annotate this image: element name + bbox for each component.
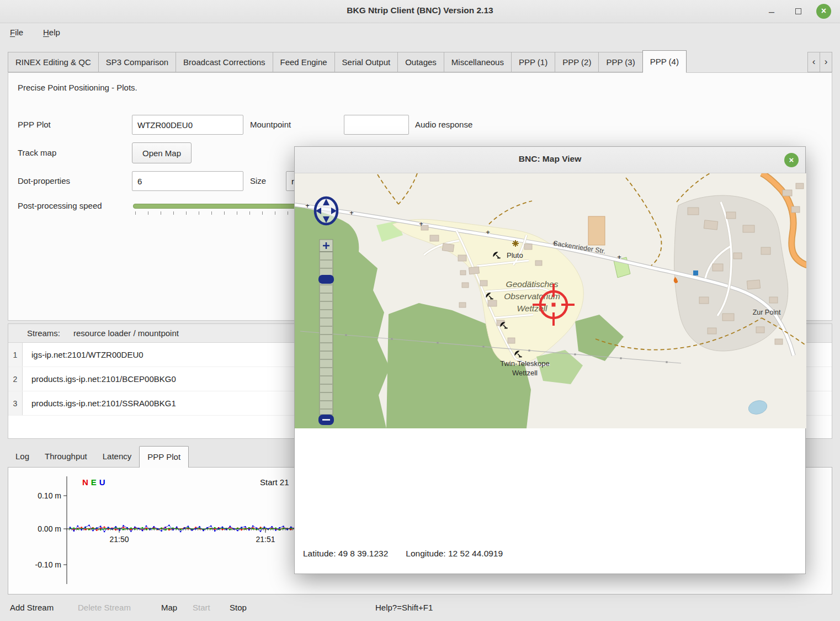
zur-point-label: Zur Point <box>753 309 781 316</box>
twin-telescope-label: Twin-Teleskope <box>500 359 550 368</box>
main-tabbar: RINEX Editing & QC SP3 Comparison Broadc… <box>8 52 686 73</box>
streams-header-label: Streams: <box>27 328 60 338</box>
chart-start-label: Start 21 <box>260 477 289 487</box>
open-map-button[interactable]: Open Map <box>132 142 192 163</box>
map-button[interactable]: Map <box>161 603 177 612</box>
start-button: Start <box>193 603 210 612</box>
menu-help[interactable]: Help <box>43 28 60 37</box>
tab-broadcast-corrections[interactable]: Broadcast Corrections <box>176 52 273 72</box>
streams-header-columns: resource loader / mountpoint <box>73 328 179 338</box>
twin-telescope-label: Wettzell <box>512 369 538 377</box>
svg-text:+: + <box>617 253 621 261</box>
svg-text:+: + <box>419 220 423 228</box>
svg-text:0.00 m: 0.00 m <box>38 524 61 533</box>
svg-text:+: + <box>305 201 310 210</box>
svg-text:21:51: 21:51 <box>256 535 275 544</box>
tab-log[interactable]: Log <box>8 446 37 468</box>
row-number: 3 <box>8 391 23 415</box>
tab-latency[interactable]: Latency <box>95 446 140 468</box>
svg-text:+: + <box>349 209 354 217</box>
bnc-application-window: BKG Ntrip Client (BNC) Version 2.13 – × … <box>0 0 840 621</box>
map-zoom-control[interactable] <box>318 240 334 425</box>
openstreetmap-view[interactable]: + + + + + + Pluto Sackenrieder Str. Geod… <box>295 173 806 428</box>
minimize-icon[interactable]: – <box>764 4 779 19</box>
svg-text:0.10 m: 0.10 m <box>38 491 61 500</box>
tab-rinex-editing-qc[interactable]: RINEX Editing & QC <box>8 52 99 72</box>
post-processing-speed-label: Post-processing speed <box>18 201 102 210</box>
legend-N: N <box>82 477 88 487</box>
mountpoint-input[interactable] <box>344 115 409 135</box>
dialog-title: BNC: Map View <box>295 154 805 164</box>
dot-properties-input[interactable] <box>132 171 243 191</box>
observatory-label: Geodätisches <box>506 279 559 289</box>
window-titlebar: BKG Ntrip Client (BNC) Version 2.13 – × <box>0 0 840 23</box>
tab-sp3-comparison[interactable]: SP3 Comparison <box>98 52 176 72</box>
svg-text:-0.10 m: -0.10 m <box>35 560 61 569</box>
stream-resource: products.igs-ip.net:2101/SSRA00BKG1 <box>23 391 176 415</box>
log-tabbar: Log Throughput Latency PPP Plot <box>8 446 189 468</box>
map-view-dialog: BNC: Map View × <box>294 146 806 574</box>
legend-E: E <box>91 477 97 487</box>
help-hint: Help?=Shift+F1 <box>375 603 433 612</box>
tab-ppp-plot[interactable]: PPP Plot <box>139 446 189 468</box>
add-stream-button[interactable]: Add Stream <box>10 603 54 612</box>
ppp-plot-input[interactable] <box>132 115 243 135</box>
map-canvas[interactable]: + + + + + + Pluto Sackenrieder Str. Geod… <box>295 173 806 428</box>
size-label: Size <box>250 176 266 185</box>
tab-scroll-left-icon[interactable]: ‹ <box>807 52 820 72</box>
track-map-label: Track map <box>18 148 56 157</box>
panel-description: Precise Point Positioning - Plots. <box>18 83 137 92</box>
row-number: 2 <box>8 367 23 391</box>
tab-scroll-right-icon[interactable]: › <box>820 52 832 72</box>
maximize-icon[interactable] <box>790 4 806 19</box>
tab-throughput[interactable]: Throughput <box>37 446 95 468</box>
stop-button[interactable]: Stop <box>230 603 247 612</box>
tab-serial-output[interactable]: Serial Output <box>334 52 398 72</box>
menu-bar: File Help <box>0 23 840 44</box>
tab-miscellaneous[interactable]: Miscellaneous <box>444 52 512 72</box>
large-building <box>588 216 605 245</box>
map-pan-control[interactable] <box>315 198 337 224</box>
ppp-plot-label: PPP Plot <box>18 120 51 129</box>
menu-file[interactable]: File <box>10 28 23 37</box>
tab-ppp-1[interactable]: PPP (1) <box>511 52 555 72</box>
pluto-label: Pluto <box>507 251 523 259</box>
coordinates-readout: Latitude: 49 8 39.1232Longitude: 12 52 4… <box>303 549 520 559</box>
window-title: BKG Ntrip Client (BNC) Version 2.13 <box>0 6 840 15</box>
tab-ppp-4[interactable]: PPP (4) <box>642 50 687 73</box>
svg-text:+: + <box>486 228 490 236</box>
stream-resource: products.igs-ip.net:2101/BCEP00BKG0 <box>23 367 176 391</box>
tab-feed-engine[interactable]: Feed Engine <box>273 52 335 72</box>
close-icon[interactable]: × <box>816 4 831 19</box>
dialog-close-icon[interactable]: × <box>784 153 799 167</box>
tab-outages[interactable]: Outages <box>397 52 444 72</box>
tab-scroll-buttons: ‹ › <box>808 52 832 72</box>
delete-stream-button: Delete Stream <box>78 603 131 612</box>
mountpoint-label: Mountpoint <box>250 120 291 129</box>
observatory-label: Observatorium <box>504 291 560 301</box>
row-number: 1 <box>8 343 23 367</box>
zoom-slider-handle[interactable] <box>318 275 334 284</box>
dialog-titlebar[interactable]: BNC: Map View × <box>295 147 805 173</box>
stream-resource: igs-ip.net:2101/WTZR00DEU0 <box>23 343 143 367</box>
latitude-value: Latitude: 49 8 39.1232 <box>303 549 388 558</box>
audio-response-label: Audio response <box>415 120 472 129</box>
blue-poi-icon <box>693 270 698 275</box>
legend-U: U <box>99 477 105 487</box>
tab-ppp-3[interactable]: PPP (3) <box>598 52 642 72</box>
tab-ppp-2[interactable]: PPP (2) <box>555 52 599 72</box>
dot-properties-label: Dot-properties <box>18 176 70 185</box>
longitude-value: Longitude: 12 52 44.0919 <box>406 549 503 558</box>
chart-legend: NEU <box>82 477 108 487</box>
svg-text:21:50: 21:50 <box>109 535 129 544</box>
